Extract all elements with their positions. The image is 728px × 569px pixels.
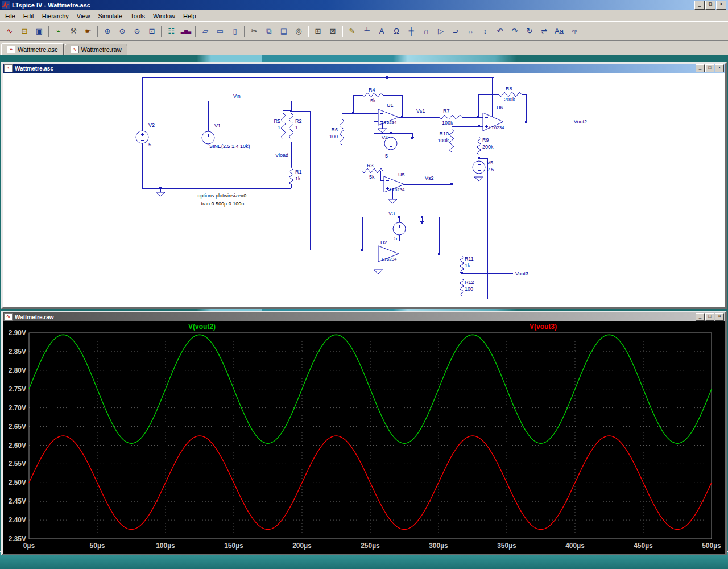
- schematic-label-v4_name: V4: [382, 135, 388, 141]
- net-arrow: [420, 220, 424, 224]
- waveform-minimize-button[interactable]: _: [696, 313, 705, 321]
- menu-item-hierarchy[interactable]: Hierarchy: [38, 11, 73, 20]
- redo-button[interactable]: ↷: [507, 24, 522, 38]
- schematic-label-u2_part: LT6234: [382, 257, 397, 262]
- print-button[interactable]: ⊞: [311, 24, 325, 38]
- place-capacitor-button[interactable]: ╪: [404, 24, 419, 38]
- menu-item-view[interactable]: View: [73, 11, 94, 20]
- run-simulation-button[interactable]: ⌁: [51, 24, 66, 38]
- resistor-R1[interactable]: [289, 167, 293, 184]
- place-resistor-button[interactable]: Ω: [389, 24, 404, 38]
- resistor-R8[interactable]: [499, 92, 522, 97]
- app-close-button[interactable]: ×: [716, 1, 726, 10]
- drag-button[interactable]: ↕: [478, 24, 493, 38]
- schematic-label-vs1: Vs1: [416, 108, 425, 114]
- find-button[interactable]: ◎: [291, 24, 306, 38]
- ground-symbol: [374, 270, 383, 274]
- schematic-minimize-button[interactable]: _: [696, 64, 705, 72]
- voltage-source-V5[interactable]: [473, 161, 485, 174]
- mirror-button[interactable]: ⇌: [537, 24, 552, 38]
- junction-dot: [390, 132, 392, 134]
- cut-button[interactable]: ✂: [247, 24, 262, 38]
- place-ground-button[interactable]: ╧: [359, 24, 374, 38]
- menu-item-file[interactable]: File: [1, 11, 19, 20]
- resistor-R2[interactable]: [289, 113, 293, 139]
- place-inductor-button[interactable]: ∩: [419, 24, 433, 38]
- copy-button[interactable]: ⧉: [262, 24, 276, 38]
- halt-button[interactable]: ☛: [81, 24, 96, 38]
- voltage-source-V2[interactable]: [136, 131, 148, 143]
- schematic-label-r8_name: R8: [506, 86, 512, 92]
- label-net-button[interactable]: A: [374, 24, 389, 38]
- menu-item-simulate[interactable]: Simulate: [94, 11, 126, 20]
- save-button[interactable]: ▣: [32, 24, 47, 38]
- waveform-doc-icon: ∿: [4, 313, 13, 321]
- junction-dot: [478, 125, 480, 127]
- schematic-titlebar[interactable]: ⌁ Wattmetre.asc _ □ ×: [3, 64, 725, 73]
- schematic-label-r7_name: R7: [443, 108, 450, 114]
- resistor-R10[interactable]: [449, 129, 454, 152]
- tab-wattmetre-raw[interactable]: ∿ Wattmetre.raw: [65, 44, 127, 55]
- resistor-R12[interactable]: [460, 279, 464, 296]
- resistor-R7[interactable]: [439, 115, 462, 119]
- menu-item-help[interactable]: Help: [179, 11, 200, 20]
- schematic-label-v4_value: 5: [385, 153, 388, 159]
- schematic-label-r2_value: 1: [295, 125, 298, 130]
- y-axis-tick-label: 2.40V: [9, 516, 26, 524]
- menu-item-tools[interactable]: Tools: [126, 11, 149, 20]
- zoom-back-button[interactable]: ⊙: [115, 24, 130, 38]
- move-button[interactable]: ↔: [463, 24, 478, 38]
- print-preview-button[interactable]: ⊠: [325, 24, 340, 38]
- resistor-R9[interactable]: [477, 137, 481, 154]
- text-tool-button[interactable]: Aa: [552, 24, 566, 38]
- spectrum-button[interactable]: ▂▅▃: [179, 24, 193, 38]
- autorange-button[interactable]: ☷: [164, 24, 179, 38]
- draw-wire-button[interactable]: ✎: [345, 24, 359, 38]
- schematic-label-vout3: Vout3: [515, 271, 528, 277]
- waveform-maximize-button[interactable]: □: [705, 313, 714, 321]
- resistor-R5[interactable]: [281, 113, 286, 139]
- voltage-source-V3[interactable]: [393, 222, 406, 235]
- spice-directive-button[interactable]: .op: [566, 24, 581, 38]
- waveform-close-button[interactable]: ×: [715, 313, 724, 321]
- app-title: LTspice IV - Wattmetre.asc: [12, 2, 692, 9]
- zoom-full-button[interactable]: ⊡: [144, 24, 159, 38]
- schematic-doc-icon: ⌁: [7, 46, 15, 53]
- menu-item-window[interactable]: Window: [149, 11, 179, 20]
- zoom-out-button[interactable]: ⊖: [130, 24, 144, 38]
- place-component-button[interactable]: ⊃: [448, 24, 463, 38]
- tab-wattmetre-asc[interactable]: ⌁ Wattmetre.asc: [1, 43, 64, 55]
- undo-button[interactable]: ↶: [493, 24, 507, 38]
- open-file-button[interactable]: ⊟: [17, 24, 32, 38]
- schematic-canvas[interactable]: VinV25V1SINE(2.5 1.4 10k)R51R21VloadR11k…: [3, 73, 725, 307]
- schematic-label-u1_name: U1: [387, 102, 394, 108]
- tile-horizontal-button[interactable]: ▭: [213, 24, 228, 38]
- schematic-doc-icon: ⌁: [4, 64, 13, 72]
- zoom-in-button[interactable]: ⊕: [100, 24, 115, 38]
- resistor-R4[interactable]: [362, 93, 383, 97]
- schematic-label-r4_value: 5k: [370, 98, 376, 104]
- plot-canvas[interactable]: 2.90V2.85V2.80V2.75V2.70V2.65V2.60V2.55V…: [3, 321, 725, 554]
- legend-vvout2[interactable]: V(vout2): [188, 323, 216, 331]
- resistor-R3[interactable]: [362, 168, 383, 173]
- tile-vertical-button[interactable]: ▯: [228, 24, 242, 38]
- control-panel-button[interactable]: ⚒: [66, 24, 81, 38]
- menu-item-edit[interactable]: Edit: [19, 11, 38, 20]
- junction-dot: [159, 187, 162, 189]
- waveform-titlebar[interactable]: ∿ Wattmetre.raw _ □ ×: [3, 312, 725, 321]
- new-schematic-button[interactable]: ∿: [2, 24, 17, 38]
- app-restore-button[interactable]: ⧉: [705, 1, 715, 10]
- wires[interactable]: [142, 77, 572, 299]
- resistor-R11[interactable]: [460, 256, 464, 273]
- app-minimize-button[interactable]: _: [694, 1, 705, 10]
- schematic-close-button[interactable]: ×: [715, 64, 724, 72]
- schematic-maximize-button[interactable]: □: [705, 64, 714, 72]
- paste-button[interactable]: ▤: [276, 24, 291, 38]
- legend-vvout3[interactable]: V(vout3): [530, 323, 557, 331]
- voltage-source-V1[interactable]: [202, 131, 214, 144]
- place-diode-button[interactable]: ▷: [433, 24, 448, 38]
- resistor-R6[interactable]: [340, 119, 344, 145]
- rotate-button[interactable]: ↻: [522, 24, 537, 38]
- cascade-windows-button[interactable]: ▱: [198, 24, 213, 38]
- schematic-label-r11_value: 1k: [465, 263, 470, 269]
